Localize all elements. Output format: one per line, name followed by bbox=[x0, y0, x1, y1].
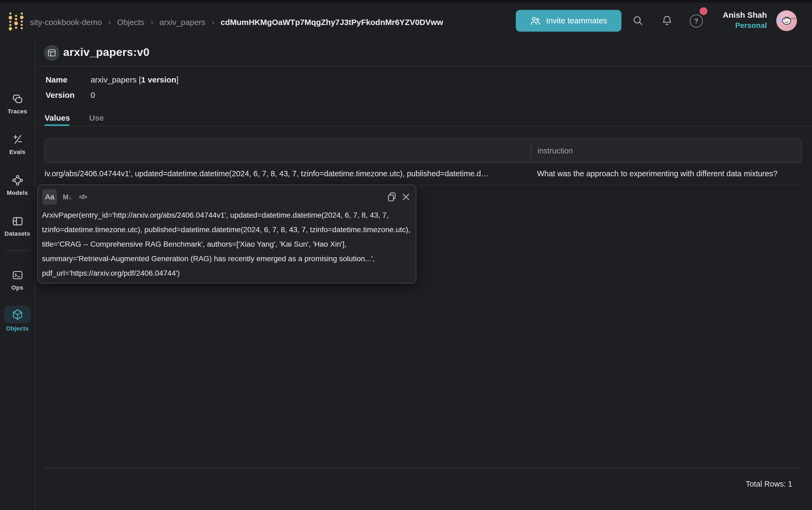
total-rows-label: Total Rows: 1 bbox=[746, 479, 792, 488]
breadcrumb-separator: › bbox=[108, 18, 111, 27]
tab-values[interactable]: Values bbox=[44, 113, 70, 123]
question-mark-icon: ? bbox=[694, 17, 698, 25]
sidebar-item-models[interactable] bbox=[0, 174, 35, 187]
column-separator[interactable] bbox=[531, 143, 532, 158]
wandb-logo-icon[interactable] bbox=[8, 10, 25, 31]
copy-icon bbox=[386, 191, 398, 203]
version-field-label: Version bbox=[46, 91, 74, 100]
sidebar-label-models[interactable]: Models bbox=[0, 190, 35, 196]
popup-toolbar: Aa M↓ </> bbox=[38, 185, 416, 208]
popup-cell-text: ArxivPaper(entry_id='http://arxiv.org/ab… bbox=[42, 208, 412, 280]
object-type-badge bbox=[44, 45, 60, 61]
ops-terminal-icon bbox=[11, 269, 23, 281]
sidebar-item-objects[interactable] bbox=[4, 306, 30, 323]
breadcrumb-object-id: cdMumHKMgOaWTp7MqgZhy7J3tPyFkodnMr6YZV0D… bbox=[221, 18, 443, 27]
version-count-text: 1 version bbox=[141, 75, 176, 84]
cell-paper[interactable]: iv.org/abs/2406.04744v1', updated=dateti… bbox=[44, 162, 529, 185]
account-selector[interactable]: Personal bbox=[723, 20, 767, 31]
grid-header-row: instruction bbox=[44, 138, 802, 163]
sidebar-label-objects[interactable]: Objects bbox=[0, 325, 35, 332]
name-field-label: Name bbox=[46, 75, 67, 85]
bell-icon bbox=[661, 15, 673, 27]
title-divider bbox=[35, 66, 812, 66]
table-icon bbox=[48, 49, 56, 57]
breadcrumb-separator: › bbox=[150, 18, 153, 27]
svg-text:Anish S.: Anish S. bbox=[791, 18, 797, 19]
sidebar-item-datasets[interactable] bbox=[0, 215, 35, 227]
code-mode-button[interactable]: </> bbox=[76, 192, 90, 201]
name-value-text: arxiv_papers [ bbox=[91, 75, 141, 84]
models-icon bbox=[11, 174, 23, 187]
name-value-bracket: ] bbox=[176, 75, 179, 84]
breadcrumb: sity-cookbook-demo › Objects › arxiv_pap… bbox=[30, 3, 443, 41]
user-name: Anish Shah bbox=[723, 10, 767, 21]
markdown-mode-button[interactable]: M↓ bbox=[61, 192, 74, 201]
page-title: arxiv_papers:v0 bbox=[63, 46, 150, 59]
table-row[interactable]: iv.org/abs/2406.04744v1', updated=dateti… bbox=[44, 162, 802, 186]
sidebar-label-ops[interactable]: Ops bbox=[0, 285, 35, 291]
search-button[interactable] bbox=[631, 14, 645, 27]
cell-instruction[interactable]: What was the approach to experimenting w… bbox=[537, 162, 799, 185]
grid-footer-divider bbox=[44, 468, 802, 469]
invite-teammates-button[interactable]: Invite teammates bbox=[516, 10, 621, 32]
name-field-value[interactable]: arxiv_papers [1 version] bbox=[91, 75, 179, 85]
sidebar-label-datasets[interactable]: Datasets bbox=[0, 231, 35, 237]
user-avatar[interactable]: Anish S. bbox=[776, 10, 797, 31]
tabbar-border bbox=[35, 126, 812, 126]
traces-icon bbox=[11, 93, 23, 105]
left-sidebar: Traces Evals Models bbox=[0, 41, 35, 510]
sidebar-label-evals[interactable]: Evals bbox=[0, 149, 35, 155]
search-icon bbox=[632, 15, 644, 27]
sidebar-item-traces[interactable] bbox=[0, 93, 35, 105]
copy-button[interactable] bbox=[386, 191, 398, 203]
breadcrumb-project[interactable]: sity-cookbook-demo bbox=[30, 18, 102, 27]
breadcrumb-objects[interactable]: Objects bbox=[117, 18, 144, 27]
sidebar-label-traces[interactable]: Traces bbox=[0, 108, 35, 114]
add-users-icon bbox=[530, 15, 541, 26]
sidebar-item-evals[interactable] bbox=[0, 133, 35, 146]
evals-icon bbox=[11, 133, 23, 146]
invite-teammates-label: Invite teammates bbox=[546, 16, 607, 26]
user-block: Anish Shah Personal bbox=[723, 10, 767, 31]
datasets-icon bbox=[11, 215, 23, 227]
window-top-edge bbox=[0, 0, 812, 3]
column-header-instruction[interactable]: instruction bbox=[538, 139, 573, 162]
breadcrumb-separator: › bbox=[212, 18, 214, 27]
sidebar-item-ops[interactable] bbox=[0, 269, 35, 281]
weave-app: sity-cookbook-demo › Objects › arxiv_pap… bbox=[0, 0, 812, 510]
cell-value-popup: Aa M↓ </> ArxivPaper(entry_id='http://ar… bbox=[37, 185, 417, 283]
help-button[interactable]: ? bbox=[690, 15, 703, 27]
version-field-value: 0 bbox=[91, 91, 95, 100]
top-bar: sity-cookbook-demo › Objects › arxiv_pap… bbox=[0, 0, 812, 41]
sidebar-divider bbox=[5, 250, 30, 251]
notification-badge-dot bbox=[700, 7, 708, 15]
breadcrumb-object-name[interactable]: arxiv_papers bbox=[159, 18, 205, 27]
text-mode-button[interactable]: Aa bbox=[42, 189, 57, 205]
close-popup-button[interactable] bbox=[400, 191, 412, 203]
close-icon bbox=[401, 192, 411, 202]
tab-use[interactable]: Use bbox=[89, 113, 104, 123]
objects-cube-icon bbox=[11, 309, 23, 321]
notifications-button[interactable] bbox=[660, 14, 674, 27]
